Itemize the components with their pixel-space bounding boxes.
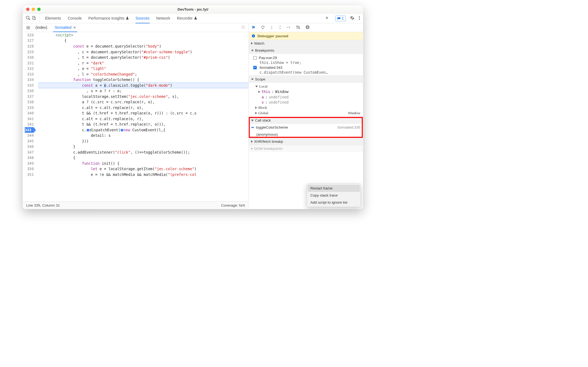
- code-line[interactable]: , c = document.querySelector("#color-sch…: [38, 49, 249, 55]
- xhr-section-header[interactable]: XHR/fetch breakp: [249, 138, 363, 145]
- scope-this[interactable]: this: Window: [253, 89, 363, 94]
- line-number[interactable]: 337: [25, 94, 34, 99]
- line-number[interactable]: 350: [25, 166, 34, 172]
- line-number[interactable]: 342: [25, 122, 34, 127]
- code-line[interactable]: c.alt = c.alt.replace(o, r),: [38, 116, 249, 122]
- code-line[interactable]: , t = document.querySelector("#prism-css…: [38, 55, 249, 60]
- step-icon[interactable]: [287, 26, 291, 30]
- code-line[interactable]: let e = localStorage.getItem("jec.color-…: [38, 166, 249, 172]
- code-line[interactable]: c.alt = c.alt.replace(r, o),: [38, 105, 249, 111]
- step-out-icon[interactable]: [278, 25, 282, 30]
- line-number[interactable]: 330: [25, 55, 34, 60]
- line-number[interactable]: 326: [25, 32, 34, 38]
- breakpoint-item[interactable]: Pay.vue:29: [253, 55, 363, 61]
- line-number[interactable]: 338: [25, 99, 34, 105]
- code-line[interactable]: const a = e.classList.toggle("dark-mode"…: [38, 83, 249, 88]
- line-number[interactable]: 343: [25, 127, 34, 133]
- tab-recorder[interactable]: Recorder: [177, 14, 197, 23]
- code-line[interactable]: a ? (c.src = c.src.replace(r, o),: [38, 99, 249, 105]
- code-line[interactable]: c.dispatchEvent(new CustomEvent(l,{: [38, 127, 249, 133]
- tab-network[interactable]: Network: [156, 14, 170, 23]
- code-line[interactable]: {: [38, 155, 249, 161]
- gear-icon[interactable]: [350, 15, 355, 21]
- line-number[interactable]: 334: [25, 77, 34, 83]
- code-editor[interactable]: 3263273283293303313323333343353363373383…: [23, 32, 248, 201]
- line-number[interactable]: 340: [25, 110, 34, 116]
- window-zoom-button[interactable]: [37, 8, 40, 11]
- line-number[interactable]: 336: [25, 88, 34, 94]
- scope-section-header[interactable]: Scope: [249, 76, 363, 83]
- file-tab[interactable]: (index): [32, 23, 51, 32]
- menu-item[interactable]: Restart frame: [308, 185, 360, 192]
- dom-section-header[interactable]: DOM breakpoints: [249, 145, 363, 152]
- scope-variable[interactable]: s: undefined: [253, 100, 363, 105]
- line-number[interactable]: 345: [25, 138, 34, 144]
- line-number[interactable]: 346: [25, 144, 34, 150]
- line-number[interactable]: 329: [25, 49, 34, 55]
- more-tabs-icon[interactable]: [322, 16, 332, 21]
- code-line[interactable]: detail: s: [38, 133, 249, 138]
- step-into-icon[interactable]: [270, 25, 274, 30]
- breakpoint-checkbox[interactable]: [253, 66, 257, 69]
- breakpoint-checkbox[interactable]: [253, 56, 257, 60]
- line-number[interactable]: 348: [25, 155, 34, 161]
- breakpoints-section-header[interactable]: Breakpoints: [249, 47, 363, 54]
- pause-exceptions-icon[interactable]: [305, 25, 309, 30]
- scope-global[interactable]: GlobalWindow: [253, 110, 363, 116]
- line-number[interactable]: 344: [25, 133, 34, 138]
- step-over-icon[interactable]: [261, 25, 265, 30]
- line-number[interactable]: 327: [25, 38, 34, 44]
- window-close-button[interactable]: [26, 8, 29, 11]
- code-line[interactable]: {: [38, 38, 249, 44]
- menu-item[interactable]: Add script to ignore list: [307, 199, 360, 206]
- code-line[interactable]: e = !e && matchMedia && matchMedia("(pre…: [38, 172, 249, 178]
- line-number[interactable]: 328: [25, 43, 34, 49]
- run-snippet-icon[interactable]: [241, 25, 245, 30]
- callstack-frame[interactable]: (anonymous): [249, 131, 363, 138]
- code-line[interactable]: function init() {: [38, 161, 249, 166]
- scope-block[interactable]: Block: [253, 105, 363, 110]
- code-line[interactable]: , l = "colorSchemeChanged";: [38, 71, 249, 77]
- window-minimize-button[interactable]: [32, 8, 35, 11]
- files-navigator-toggle[interactable]: [24, 23, 32, 32]
- code-line[interactable]: <script>: [38, 32, 249, 38]
- code-line[interactable]: }: [38, 144, 249, 150]
- file-tab[interactable]: :formatted✕: [51, 23, 80, 32]
- callstack-frame[interactable]: ➡toggleColorScheme:formatted:335: [249, 124, 363, 131]
- line-number[interactable]: 341: [25, 116, 34, 122]
- code-line[interactable]: , s = a ? r : o;: [38, 88, 249, 94]
- tab-console[interactable]: Console: [68, 14, 82, 23]
- line-number[interactable]: 332: [25, 66, 34, 71]
- code-line[interactable]: function toggleColorScheme() {: [38, 77, 249, 83]
- watch-section-header[interactable]: Watch: [249, 40, 363, 47]
- resume-script-icon[interactable]: [252, 25, 256, 30]
- line-number[interactable]: 347: [25, 150, 34, 155]
- tab-elements[interactable]: Elements: [45, 14, 61, 23]
- code-line[interactable]: const e = document.querySelector("body"): [38, 43, 249, 49]
- kebab-icon[interactable]: [359, 15, 360, 21]
- code-line[interactable]: , r = "dark": [38, 60, 249, 66]
- device-toggle-icon[interactable]: [32, 15, 36, 21]
- code-line[interactable]: c.addEventListener("click", ()=>toggleCo…: [38, 150, 249, 155]
- code-line[interactable]: })): [38, 138, 249, 144]
- tab-performance-insights[interactable]: Performance insights: [88, 14, 129, 23]
- tab-sources[interactable]: Sources: [136, 14, 150, 23]
- deactivate-breakpoints-icon[interactable]: [296, 25, 301, 30]
- line-number[interactable]: 349: [25, 161, 34, 166]
- line-number[interactable]: 339: [25, 105, 34, 111]
- line-number[interactable]: 333: [25, 71, 34, 77]
- inspect-element-icon[interactable]: [26, 15, 30, 21]
- code-line[interactable]: , o = "light": [38, 66, 249, 71]
- callstack-section-header[interactable]: Call stack: [249, 117, 363, 124]
- line-number[interactable]: 351: [25, 172, 34, 178]
- code-line[interactable]: t && (t.href = t.href.replace(o, r))) : …: [38, 110, 249, 116]
- messages-badge[interactable]: 1: [335, 15, 346, 21]
- code-line[interactable]: t && (t.href = t.href.replace(r, o))),: [38, 122, 249, 127]
- scope-local[interactable]: Local: [253, 84, 363, 89]
- close-icon[interactable]: ✕: [73, 26, 76, 30]
- breakpoint-item[interactable]: :formatted:343: [253, 65, 363, 70]
- menu-item[interactable]: Copy stack trace: [307, 192, 360, 199]
- line-number[interactable]: 335: [25, 83, 34, 88]
- code-line[interactable]: localStorage.setItem("jec.color-scheme",…: [38, 94, 249, 99]
- line-number[interactable]: 331: [25, 60, 34, 66]
